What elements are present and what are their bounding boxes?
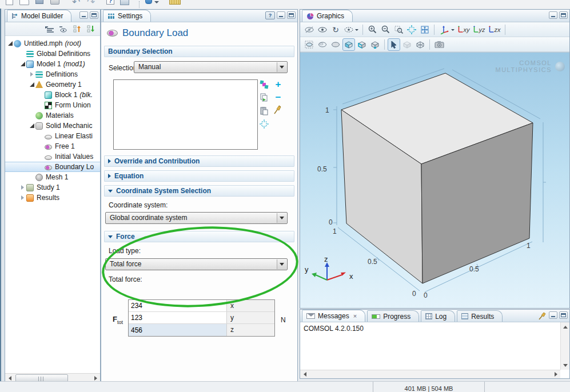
tab-messages[interactable]: Messages ×: [302, 310, 365, 322]
minimize-button[interactable]: [549, 311, 557, 319]
coordinate-system-dropdown[interactable]: Global coordinate system: [105, 212, 288, 224]
help-icon[interactable]: ?: [265, 11, 275, 19]
minimize-button[interactable]: [549, 11, 557, 19]
print-icon[interactable]: [50, 0, 59, 5]
section-override[interactable]: Override and Contribution: [104, 155, 294, 167]
brush-dropdown-icon[interactable]: [154, 0, 159, 6]
view-orientation-icon[interactable]: [437, 23, 456, 36]
scroll-left-icon[interactable]: [300, 370, 309, 378]
tree-item-results[interactable]: Results: [5, 193, 100, 203]
maximize-button[interactable]: [559, 11, 568, 19]
move-up-icon[interactable]: [71, 24, 83, 34]
graphics-canvas[interactable]: 1 0.5 0 1 0.5 0 0 0.5 1 z y x: [300, 52, 569, 308]
tree-item-definitions[interactable]: Definitions: [5, 69, 100, 79]
tab-log[interactable]: Log: [421, 310, 455, 322]
model-builder-tab[interactable]: Model Builder: [7, 10, 71, 22]
show-options-icon[interactable]: [58, 24, 69, 34]
wireframe-icon[interactable]: [414, 38, 426, 51]
maximize-button[interactable]: [90, 11, 98, 19]
copy-icon[interactable]: [259, 93, 269, 102]
zoom-out-icon[interactable]: [379, 23, 392, 36]
ruler-icon[interactable]: [169, 0, 181, 5]
force-y-field[interactable]: [129, 312, 227, 323]
messages-vscrollbar[interactable]: [560, 322, 569, 370]
clear-icon[interactable]: [272, 105, 282, 114]
view-yz-icon[interactable]: yz: [472, 23, 487, 36]
maximize-button[interactable]: [287, 11, 296, 19]
go-to-default-view-icon[interactable]: [418, 23, 431, 36]
tree-item-boundary-load[interactable]: Boundary Lo: [5, 162, 100, 172]
tree-item-form-union[interactable]: Form Union: [5, 100, 100, 110]
view-zx-icon[interactable]: zx: [487, 23, 502, 36]
collapse-tree-icon[interactable]: [44, 24, 55, 34]
refresh-icon[interactable]: ↻: [329, 23, 342, 36]
close-icon[interactable]: ×: [353, 313, 357, 319]
new-icon[interactable]: [6, 0, 13, 5]
expander-icon[interactable]: [19, 62, 26, 66]
select-objects-icon[interactable]: [303, 38, 316, 51]
graphics-tab[interactable]: Graphics: [302, 10, 353, 22]
expander-icon[interactable]: [19, 195, 26, 200]
tree-item-mesh1[interactable]: Mesh 1: [5, 172, 100, 182]
select-points-icon[interactable]: [369, 38, 381, 51]
remove-icon[interactable]: −: [273, 93, 283, 102]
force-z-field[interactable]: [129, 324, 227, 336]
paste-icon[interactable]: [259, 106, 269, 115]
transparency-icon[interactable]: [401, 38, 413, 51]
settings-tab[interactable]: Settings: [103, 10, 151, 22]
force-x-field[interactable]: [129, 300, 227, 311]
pointer-icon[interactable]: [388, 38, 400, 51]
tab-progress[interactable]: Progress: [367, 310, 419, 322]
load-type-dropdown[interactable]: Total force: [105, 258, 288, 270]
visibility-icon[interactable]: [342, 23, 360, 36]
expander-icon[interactable]: [28, 82, 35, 87]
tree-item-global-definitions[interactable]: Global Definitions: [5, 49, 100, 59]
scroll-down-icon[interactable]: [561, 361, 569, 370]
select-edges-icon[interactable]: [356, 38, 368, 51]
expander-icon[interactable]: [28, 72, 35, 77]
tree-item-linear-elastic[interactable]: Linear Elasti: [5, 131, 100, 141]
open-icon[interactable]: [19, 0, 29, 5]
tree-item-free1[interactable]: Free 1: [5, 141, 100, 151]
clear-log-icon[interactable]: [537, 311, 547, 321]
save-icon[interactable]: [35, 0, 43, 4]
section-boundary-selection[interactable]: Boundary Selection: [104, 46, 294, 57]
tree-item-solid-mechanics[interactable]: Solid Mechanic: [5, 121, 100, 131]
expander-icon[interactable]: [6, 41, 14, 46]
tree-item-root[interactable]: Untitled.mph(root): [5, 38, 100, 49]
section-equation[interactable]: Equation: [104, 170, 294, 182]
maximize-button[interactable]: [559, 311, 568, 319]
tree-item-study1[interactable]: Study 1: [5, 182, 100, 193]
section-coordinate-system[interactable]: Coordinate System Selection: [104, 185, 294, 197]
select-boundaries-icon[interactable]: [329, 38, 342, 51]
select-domains-icon[interactable]: [316, 38, 329, 51]
help-icon[interactable]: ?: [106, 0, 114, 5]
tree-item-materials[interactable]: Materials: [5, 110, 100, 121]
messages-hscrollbar[interactable]: [300, 370, 560, 378]
add-icon[interactable]: +: [273, 79, 283, 89]
scroll-right-icon[interactable]: [551, 370, 560, 378]
zoom-extents-icon[interactable]: [405, 23, 418, 36]
tree-item-initial-values[interactable]: Initial Values: [5, 151, 100, 162]
selection-dropdown[interactable]: Manual: [134, 61, 288, 73]
view-all-icon[interactable]: [316, 23, 329, 36]
tab-results[interactable]: Results: [457, 310, 503, 322]
tree-item-block1[interactable]: Block 1(blk.: [5, 90, 100, 100]
minimize-button[interactable]: [277, 11, 285, 19]
zoom-in-icon[interactable]: [366, 23, 378, 36]
tree-item-geometry1[interactable]: Geometry 1: [5, 79, 100, 90]
zoom-box-icon[interactable]: [392, 23, 405, 36]
minimize-button[interactable]: [79, 11, 88, 19]
zoom-selected-icon[interactable]: [259, 119, 269, 129]
brush-icon[interactable]: [145, 0, 152, 4]
view-xy-icon[interactable]: xy: [456, 23, 471, 36]
undo-icon[interactable]: ↶: [72, 0, 80, 9]
boundary-selection-list[interactable]: [113, 79, 258, 150]
expander-icon[interactable]: [28, 123, 35, 128]
active-selection-icon[interactable]: [259, 79, 269, 89]
hide-selected-icon[interactable]: [303, 23, 316, 36]
redo-icon[interactable]: ↷: [87, 0, 95, 9]
expander-icon[interactable]: [19, 185, 26, 190]
section-force[interactable]: Force: [104, 231, 294, 242]
scroll-up-icon[interactable]: [561, 322, 569, 331]
